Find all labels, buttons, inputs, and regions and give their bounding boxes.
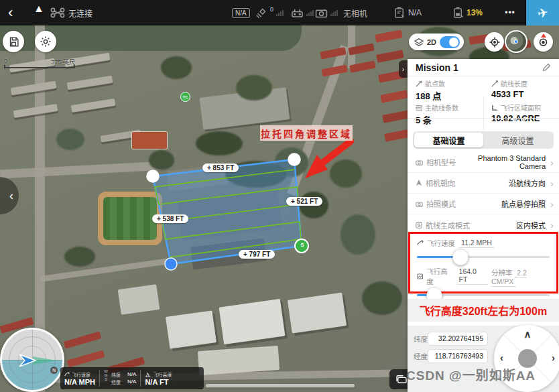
setting-row-camera-model[interactable]: 相机型号 Phantom 3 Standard Camera ›: [408, 152, 559, 173]
compass-reset-button[interactable]: [534, 32, 553, 52]
rc-status[interactable]: [291, 0, 314, 25]
stat-value: 5 条: [416, 113, 483, 126]
compass-ring-icon: [538, 36, 549, 48]
map-view-toggle[interactable]: 2D: [409, 34, 464, 50]
app-screen: S + 853 FT + 521 FT + 538 FT + 797 FT 拉托…: [0, 0, 559, 392]
setting-row-camera-heading[interactable]: 相机朝向 沿航线方向 ›: [408, 173, 559, 194]
speed-slider-row: 飞行速度 11.2 MPH: [417, 238, 550, 258]
telemetry-lon-value: N/A: [127, 379, 136, 385]
back-button[interactable]: ‹: [8, 0, 13, 25]
longitude-label: 经度: [408, 351, 428, 361]
chevron-left-icon: ‹: [9, 189, 13, 203]
rc-signal-bars-icon: [306, 10, 314, 16]
heading-arrow-icon: [416, 180, 422, 186]
stat-label: 航点数: [425, 78, 445, 88]
altitude-label: 飞行高度: [426, 266, 452, 286]
altitude-slider[interactable]: [417, 294, 550, 296]
chevron-right-icon: ›: [550, 157, 554, 168]
view-toggle-label: 2D: [427, 38, 436, 46]
remote-controller-icon: [291, 7, 304, 18]
edit-pencil-icon[interactable]: [542, 63, 551, 72]
aircraft-battery-label: N/A: [408, 8, 422, 17]
telemetry-speed: 飞行速度 N/A MPH: [60, 367, 99, 389]
speed-slider-thumb[interactable]: [453, 249, 469, 265]
connection-status-label: 无连接: [68, 7, 92, 19]
highlighted-slider-section: 飞行速度 11.2 MPH 飞行高度 164.0 FT 分辨率 2.2 CM/P…: [408, 232, 558, 293]
setting-label: 拍照模式: [426, 198, 456, 209]
area-ruler-icon: [491, 105, 498, 111]
tab-advanced-settings[interactable]: 高级设置: [483, 133, 552, 147]
aircraft-battery-status[interactable]: N/A: [394, 0, 422, 25]
waypoint-icon: [416, 80, 422, 87]
mouse-cursor: ▲: [34, 3, 44, 15]
speed-icon: [64, 372, 70, 377]
layers-icon: [414, 38, 424, 46]
view-toggle-switch[interactable]: [440, 36, 460, 48]
edge-length-bottom[interactable]: + 797 FT: [239, 250, 275, 259]
nudge-left-button[interactable]: ‹: [500, 352, 503, 363]
attitude-compass[interactable]: N: [0, 328, 64, 392]
aircraft-status[interactable]: 无连接: [50, 0, 92, 25]
minimap-location-dot: [514, 40, 518, 44]
map-settings-button[interactable]: [35, 31, 56, 52]
save-icon: [8, 36, 19, 48]
device-battery-status[interactable]: 13%: [453, 0, 483, 25]
aircraft-battery-icon: [394, 7, 406, 19]
altitude-slider-row: 飞行高度 164.0 FT 分辨率 2.2 CM/PX: [417, 266, 550, 296]
altitude-note: 飞行高度320ft左右为100m: [408, 299, 559, 322]
takeoff-plane-icon: ✈: [536, 4, 549, 21]
device-battery-icon: [453, 7, 464, 19]
altitude-icon: [417, 273, 423, 279]
route-mode-icon: [416, 222, 422, 228]
back-chevron-icon: ‹: [8, 5, 13, 20]
map-scale: 0 375 英尺: [4, 58, 75, 68]
telemetry-bar: 飞行速度 N/A MPH WGS 纬度N/A 经度N/A 飞行高度 N/A FT: [60, 367, 204, 389]
serpentine-icon: [416, 105, 422, 111]
north-needle-icon: [541, 34, 546, 38]
nudge-right-button[interactable]: ›: [552, 352, 555, 363]
setting-row-photo-mode[interactable]: 拍照模式 航点悬停拍照 ›: [408, 194, 559, 214]
edge-length-right[interactable]: + 521 FT: [286, 197, 322, 206]
takeoff-button[interactable]: ✈: [525, 0, 559, 25]
top-status-bar: ‹ 无连接 N/A 0: [0, 0, 559, 25]
satellite-count: 0: [270, 6, 273, 13]
setting-value: Phantom 3 Standard Camera: [459, 154, 546, 170]
altitude-glyph-icon: [145, 372, 151, 377]
latitude-input[interactable]: 32.202764195: [428, 332, 488, 346]
edge-length-top[interactable]: + 853 FT: [202, 164, 239, 172]
locate-me-button[interactable]: [485, 32, 504, 52]
latitude-label: 纬度: [408, 334, 428, 344]
tc-map-marker[interactable]: TC: [180, 92, 190, 102]
save-mission-button[interactable]: [3, 31, 24, 52]
camera-model-icon: [416, 159, 423, 166]
stat-main-lines: 主航线条数 5 条: [408, 101, 483, 125]
mission-stats: 航点数 188 点 航线长度 4533 FT 主航线条数 5 条: [408, 76, 559, 125]
longitude-input[interactable]: 118.716763493: [428, 349, 488, 363]
speed-slider[interactable]: [417, 256, 550, 258]
chevron-right-icon: ›: [402, 66, 404, 73]
more-menu-button[interactable]: •••: [499, 0, 521, 25]
stat-label: 主航线条数: [425, 103, 458, 113]
tutorial-annotation: 拉托四角调整区域: [260, 125, 353, 141]
minimap-button[interactable]: [505, 30, 527, 53]
tab-basic-settings[interactable]: 基础设置: [414, 133, 483, 147]
gps-status[interactable]: 0: [255, 0, 284, 25]
drone-icon: [50, 7, 66, 19]
setting-label: 相机型号: [426, 157, 456, 168]
edge-length-left[interactable]: + 538 FT: [152, 214, 188, 223]
aircraft-heading-icon: [17, 353, 37, 368]
scale-distance: 375 英尺: [51, 58, 75, 66]
stats-page-dots[interactable]: [505, 118, 525, 121]
panel-collapse-tab[interactable]: ›: [399, 60, 408, 78]
telemetry-alt-label: 飞行高度: [153, 371, 172, 378]
flight-mode-badge[interactable]: N/A: [232, 0, 250, 25]
resolution-label: 分辨率: [491, 269, 513, 277]
watermark: CSDN @一别如斯AA: [406, 365, 536, 383]
settings-tabs: 基础设置 高级设置: [413, 131, 554, 149]
chevron-right-icon: ›: [550, 198, 554, 210]
nudge-up-button[interactable]: ∧: [524, 328, 532, 340]
camera-status[interactable]: 无相机: [315, 0, 367, 25]
telemetry-speed-label: 飞行速度: [72, 371, 90, 378]
speed-value: 11.2 MPH: [458, 239, 495, 248]
telemetry-altitude: 飞行高度 N/A FT: [141, 367, 176, 389]
